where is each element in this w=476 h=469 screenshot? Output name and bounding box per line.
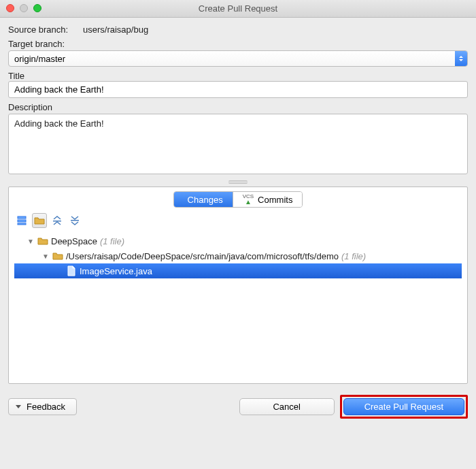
target-branch-label: Target branch: bbox=[8, 39, 468, 49]
zoom-window-icon[interactable] bbox=[33, 4, 41, 12]
tab-commits[interactable]: VCS ▲ Commits bbox=[233, 192, 303, 207]
folder-icon bbox=[52, 250, 63, 261]
changes-panel: Changes VCS ▲ Commits bbox=[8, 187, 468, 384]
source-branch-value: users/raisap/bug bbox=[83, 25, 148, 35]
changes-tree[interactable]: ▼ DeepSpace (1 file) ▼ /Users/raisap/Cod… bbox=[9, 232, 467, 383]
svg-rect-1 bbox=[18, 220, 26, 222]
cancel-button[interactable]: Cancel bbox=[239, 398, 335, 415]
window-controls bbox=[6, 4, 41, 12]
svg-rect-0 bbox=[18, 216, 26, 219]
title-label: Title bbox=[8, 71, 468, 81]
target-branch-select[interactable]: origin/master bbox=[8, 50, 468, 67]
minimize-window-icon[interactable] bbox=[20, 4, 28, 12]
close-window-icon[interactable] bbox=[6, 4, 14, 12]
collapse-all-icon[interactable] bbox=[67, 213, 82, 228]
svg-rect-3 bbox=[53, 221, 61, 222]
footer: Feedback Cancel Create Pull Request bbox=[0, 384, 476, 430]
changes-toolbar bbox=[9, 208, 467, 232]
disclosure-icon[interactable]: ▼ bbox=[27, 238, 35, 245]
description-input[interactable]: Adding back the Earth! bbox=[8, 114, 468, 174]
titlebar: Create Pull Request bbox=[0, 0, 476, 18]
tab-commits-label: Commits bbox=[258, 195, 292, 205]
highlight-annotation: Create Pull Request bbox=[340, 395, 468, 419]
create-pr-button[interactable]: Create Pull Request bbox=[343, 398, 464, 415]
flatten-packages-icon[interactable] bbox=[14, 213, 29, 228]
source-branch-label: Source branch: bbox=[8, 25, 76, 35]
feedback-label: Feedback bbox=[27, 402, 65, 412]
title-input[interactable] bbox=[8, 81, 468, 98]
folder-icon bbox=[37, 236, 48, 246]
tab-switcher: Changes VCS ▲ Commits bbox=[173, 191, 303, 208]
source-branch-row: Source branch: users/raisap/bug bbox=[8, 25, 468, 35]
commit-arrow-icon: ▲ bbox=[245, 199, 252, 205]
feedback-button[interactable]: Feedback bbox=[8, 398, 77, 415]
window-title: Create Pull Request bbox=[199, 3, 277, 14]
svg-rect-4 bbox=[71, 220, 79, 221]
tab-changes-label: Changes bbox=[188, 195, 223, 205]
disclosure-icon[interactable]: ▼ bbox=[41, 253, 50, 260]
target-branch-row: Target branch: origin/master bbox=[8, 39, 468, 67]
tree-item-label: /Users/raisap/Code/DeepSpace/src/main/ja… bbox=[66, 251, 339, 261]
splitter-handle[interactable] bbox=[8, 178, 468, 184]
svg-rect-2 bbox=[18, 223, 26, 225]
tree-item-label: ImageService.java bbox=[80, 266, 152, 276]
description-row: Description Adding back the Earth! bbox=[8, 102, 468, 174]
tab-changes[interactable]: Changes bbox=[174, 192, 233, 207]
tree-item-count: (1 file) bbox=[100, 236, 124, 246]
description-label: Description bbox=[8, 102, 468, 112]
tree-item-label: DeepSpace bbox=[51, 236, 97, 246]
tree-item-count: (1 file) bbox=[341, 251, 366, 261]
tree-row[interactable]: ImageService.java bbox=[14, 263, 462, 278]
expand-all-icon[interactable] bbox=[50, 213, 65, 228]
file-icon bbox=[66, 265, 77, 276]
chevron-down-icon bbox=[16, 405, 21, 408]
group-by-directory-icon[interactable] bbox=[32, 213, 47, 228]
title-row: Title bbox=[8, 71, 468, 98]
tree-row[interactable]: ▼ DeepSpace (1 file) bbox=[14, 233, 462, 248]
tree-row[interactable]: ▼ /Users/raisap/Code/DeepSpace/src/main/… bbox=[14, 248, 462, 263]
description-text: Adding back the Earth! bbox=[14, 118, 104, 129]
